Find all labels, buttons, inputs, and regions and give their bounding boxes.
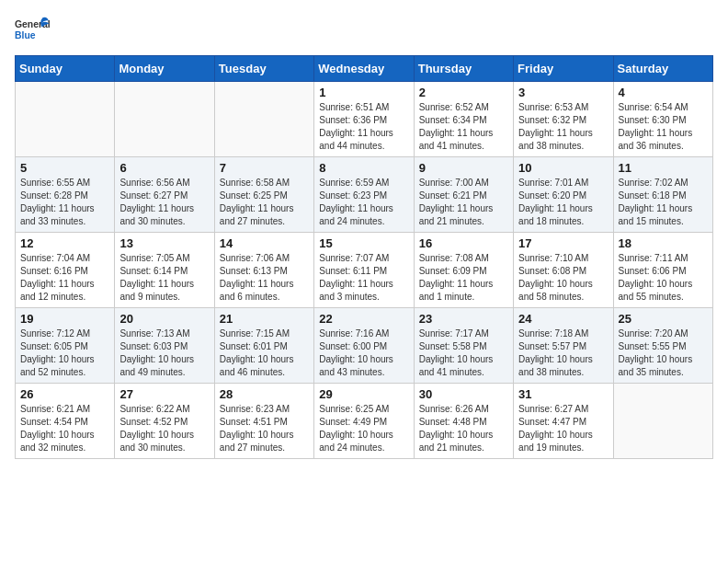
calendar-cell: 21Sunrise: 7:15 AM Sunset: 6:01 PM Dayli… xyxy=(214,308,313,384)
calendar-cell: 28Sunrise: 6:23 AM Sunset: 4:51 PM Dayli… xyxy=(214,384,313,459)
day-number: 18 xyxy=(619,236,708,250)
day-number: 7 xyxy=(220,161,309,175)
day-number: 8 xyxy=(319,161,408,175)
day-info: Sunrise: 6:26 AM Sunset: 4:48 PM Dayligh… xyxy=(419,403,508,454)
weekday-header: Wednesday xyxy=(314,56,414,82)
day-info: Sunrise: 7:20 AM Sunset: 5:55 PM Dayligh… xyxy=(619,327,708,379)
calendar-cell: 16Sunrise: 7:08 AM Sunset: 6:09 PM Dayli… xyxy=(414,233,513,308)
weekday-header: Friday xyxy=(514,56,613,82)
day-number: 15 xyxy=(319,236,408,250)
calendar-cell: 18Sunrise: 7:11 AM Sunset: 6:06 PM Dayli… xyxy=(613,233,712,308)
day-number: 31 xyxy=(518,387,608,401)
calendar-week-row: 12Sunrise: 7:04 AM Sunset: 6:16 PM Dayli… xyxy=(16,233,713,308)
calendar-cell: 1Sunrise: 6:51 AM Sunset: 6:36 PM Daylig… xyxy=(314,82,414,157)
day-info: Sunrise: 7:10 AM Sunset: 6:08 PM Dayligh… xyxy=(518,252,608,304)
weekday-header: Monday xyxy=(115,56,214,82)
day-number: 4 xyxy=(619,86,708,99)
day-info: Sunrise: 6:25 AM Sunset: 4:49 PM Dayligh… xyxy=(319,403,408,454)
weekday-header: Thursday xyxy=(414,56,513,82)
day-number: 14 xyxy=(220,236,309,250)
calendar-cell: 4Sunrise: 6:54 AM Sunset: 6:30 PM Daylig… xyxy=(613,82,712,157)
calendar-cell: 20Sunrise: 7:13 AM Sunset: 6:03 PM Dayli… xyxy=(115,308,214,384)
day-info: Sunrise: 7:16 AM Sunset: 6:00 PM Dayligh… xyxy=(319,327,408,379)
calendar-cell: 10Sunrise: 7:01 AM Sunset: 6:20 PM Dayli… xyxy=(514,157,613,233)
day-number: 3 xyxy=(518,86,608,99)
day-number: 26 xyxy=(20,387,109,401)
calendar-cell: 15Sunrise: 7:07 AM Sunset: 6:11 PM Dayli… xyxy=(314,233,414,308)
day-info: Sunrise: 7:13 AM Sunset: 6:03 PM Dayligh… xyxy=(119,327,209,379)
day-info: Sunrise: 7:06 AM Sunset: 6:13 PM Dayligh… xyxy=(220,252,309,304)
day-number: 10 xyxy=(518,161,608,175)
header-row: SundayMondayTuesdayWednesdayThursdayFrid… xyxy=(16,56,713,82)
day-number: 12 xyxy=(20,236,109,250)
calendar-cell: 5Sunrise: 6:55 AM Sunset: 6:28 PM Daylig… xyxy=(16,157,115,233)
day-info: Sunrise: 7:07 AM Sunset: 6:11 PM Dayligh… xyxy=(319,252,408,304)
page-header: General Blue xyxy=(15,15,713,44)
weekday-header: Tuesday xyxy=(214,56,313,82)
calendar-cell: 27Sunrise: 6:22 AM Sunset: 4:52 PM Dayli… xyxy=(115,384,214,459)
day-info: Sunrise: 6:59 AM Sunset: 6:23 PM Dayligh… xyxy=(319,177,408,228)
calendar-cell: 8Sunrise: 6:59 AM Sunset: 6:23 PM Daylig… xyxy=(314,157,414,233)
calendar-week-row: 5Sunrise: 6:55 AM Sunset: 6:28 PM Daylig… xyxy=(16,157,713,233)
calendar-cell xyxy=(16,82,115,157)
weekday-header: Saturday xyxy=(613,56,712,82)
calendar-cell: 6Sunrise: 6:56 AM Sunset: 6:27 PM Daylig… xyxy=(115,157,214,233)
day-number: 27 xyxy=(119,387,209,401)
day-info: Sunrise: 7:05 AM Sunset: 6:14 PM Dayligh… xyxy=(119,252,209,304)
calendar-cell xyxy=(115,82,214,157)
day-info: Sunrise: 6:54 AM Sunset: 6:30 PM Dayligh… xyxy=(619,101,708,153)
day-info: Sunrise: 6:55 AM Sunset: 6:28 PM Dayligh… xyxy=(20,177,109,228)
calendar-cell xyxy=(214,82,313,157)
day-number: 9 xyxy=(419,161,508,175)
calendar-cell: 22Sunrise: 7:16 AM Sunset: 6:00 PM Dayli… xyxy=(314,308,414,384)
calendar-cell: 12Sunrise: 7:04 AM Sunset: 6:16 PM Dayli… xyxy=(16,233,115,308)
day-number: 22 xyxy=(319,312,408,326)
calendar-cell: 23Sunrise: 7:17 AM Sunset: 5:58 PM Dayli… xyxy=(414,308,513,384)
day-info: Sunrise: 7:17 AM Sunset: 5:58 PM Dayligh… xyxy=(419,327,508,379)
day-info: Sunrise: 6:21 AM Sunset: 4:54 PM Dayligh… xyxy=(20,403,109,454)
calendar-cell: 14Sunrise: 7:06 AM Sunset: 6:13 PM Dayli… xyxy=(214,233,313,308)
day-info: Sunrise: 7:18 AM Sunset: 5:57 PM Dayligh… xyxy=(518,327,608,379)
calendar-cell: 30Sunrise: 6:26 AM Sunset: 4:48 PM Dayli… xyxy=(414,384,513,459)
day-number: 30 xyxy=(419,387,508,401)
calendar-cell: 17Sunrise: 7:10 AM Sunset: 6:08 PM Dayli… xyxy=(514,233,613,308)
day-number: 28 xyxy=(220,387,309,401)
day-info: Sunrise: 6:56 AM Sunset: 6:27 PM Dayligh… xyxy=(119,177,209,228)
calendar-cell: 31Sunrise: 6:27 AM Sunset: 4:47 PM Dayli… xyxy=(514,384,613,459)
day-number: 25 xyxy=(619,312,708,326)
logo: General Blue xyxy=(15,15,51,44)
day-info: Sunrise: 6:23 AM Sunset: 4:51 PM Dayligh… xyxy=(220,403,309,454)
day-number: 21 xyxy=(220,312,309,326)
day-info: Sunrise: 7:02 AM Sunset: 6:18 PM Dayligh… xyxy=(619,177,708,228)
day-number: 23 xyxy=(419,312,508,326)
day-number: 5 xyxy=(20,161,109,175)
calendar-cell: 19Sunrise: 7:12 AM Sunset: 6:05 PM Dayli… xyxy=(16,308,115,384)
day-number: 11 xyxy=(619,161,708,175)
day-info: Sunrise: 7:01 AM Sunset: 6:20 PM Dayligh… xyxy=(518,177,608,228)
day-number: 20 xyxy=(119,312,209,326)
day-number: 2 xyxy=(419,86,508,99)
day-number: 1 xyxy=(319,86,408,99)
day-info: Sunrise: 6:53 AM Sunset: 6:32 PM Dayligh… xyxy=(518,101,608,153)
calendar-cell: 3Sunrise: 6:53 AM Sunset: 6:32 PM Daylig… xyxy=(514,82,613,157)
day-number: 13 xyxy=(119,236,209,250)
day-number: 19 xyxy=(20,312,109,326)
calendar-cell: 2Sunrise: 6:52 AM Sunset: 6:34 PM Daylig… xyxy=(414,82,513,157)
calendar-cell: 7Sunrise: 6:58 AM Sunset: 6:25 PM Daylig… xyxy=(214,157,313,233)
day-number: 29 xyxy=(319,387,408,401)
day-info: Sunrise: 6:51 AM Sunset: 6:36 PM Dayligh… xyxy=(319,101,408,153)
day-info: Sunrise: 7:11 AM Sunset: 6:06 PM Dayligh… xyxy=(619,252,708,304)
day-info: Sunrise: 6:58 AM Sunset: 6:25 PM Dayligh… xyxy=(220,177,309,228)
calendar-cell: 11Sunrise: 7:02 AM Sunset: 6:18 PM Dayli… xyxy=(613,157,712,233)
day-number: 17 xyxy=(518,236,608,250)
day-number: 6 xyxy=(119,161,209,175)
calendar-cell: 9Sunrise: 7:00 AM Sunset: 6:21 PM Daylig… xyxy=(414,157,513,233)
calendar-week-row: 26Sunrise: 6:21 AM Sunset: 4:54 PM Dayli… xyxy=(16,384,713,459)
calendar-cell: 25Sunrise: 7:20 AM Sunset: 5:55 PM Dayli… xyxy=(613,308,712,384)
day-info: Sunrise: 7:08 AM Sunset: 6:09 PM Dayligh… xyxy=(419,252,508,304)
day-info: Sunrise: 7:15 AM Sunset: 6:01 PM Dayligh… xyxy=(220,327,309,379)
day-info: Sunrise: 6:52 AM Sunset: 6:34 PM Dayligh… xyxy=(419,101,508,153)
day-number: 24 xyxy=(518,312,608,326)
day-number: 16 xyxy=(419,236,508,250)
day-info: Sunrise: 6:22 AM Sunset: 4:52 PM Dayligh… xyxy=(119,403,209,454)
